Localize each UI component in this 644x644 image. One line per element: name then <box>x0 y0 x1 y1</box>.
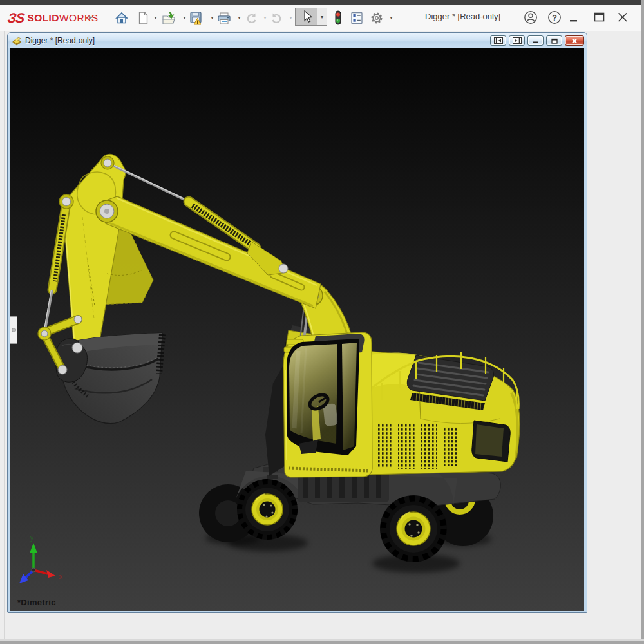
open-icon <box>160 10 177 26</box>
close-button[interactable] <box>615 10 630 25</box>
solidworks-logo: ЗS SOLIDWORKS <box>8 10 98 26</box>
account-button[interactable] <box>523 10 538 25</box>
save-icon <box>188 10 205 26</box>
digger-model-scene: x y <box>10 48 584 611</box>
select-tool-button[interactable] <box>296 8 317 25</box>
settings-button[interactable] <box>368 9 385 26</box>
settings-gear-icon <box>369 10 384 26</box>
new-document-button[interactable] <box>135 9 151 26</box>
select-arrow-icon <box>300 10 313 24</box>
document-restore-button[interactable] <box>546 35 562 46</box>
pane-left-icon <box>494 37 503 44</box>
solidworks-application-window: ЗS SOLIDWORKS ▸ ▾ <box>0 0 644 644</box>
window-bottom-edge[interactable] <box>0 641 644 644</box>
rear-wheel <box>380 495 447 562</box>
toggle-left-pane-button[interactable] <box>490 35 506 46</box>
save-dropdown[interactable]: ▾ <box>209 9 216 26</box>
window-right-edge[interactable] <box>641 0 644 644</box>
assembly-document-icon <box>12 36 22 46</box>
close-icon <box>615 10 630 25</box>
open-button[interactable] <box>160 9 177 26</box>
print-dropdown[interactable]: ▾ <box>236 9 243 26</box>
home-button[interactable] <box>113 9 130 26</box>
toggle-right-pane-button[interactable] <box>509 35 525 46</box>
feature-pane-pull-tab[interactable] <box>10 316 17 344</box>
minimize-button[interactable] <box>567 10 582 25</box>
cab <box>283 332 372 477</box>
new-document-icon <box>135 10 151 26</box>
account-icon <box>523 10 538 25</box>
svg-text:?: ? <box>552 14 557 23</box>
main-toolbar: ЗS SOLIDWORKS ▸ ▾ <box>0 5 644 31</box>
solidworks-logo-glyph: ЗS <box>6 10 25 26</box>
help-icon: ? <box>547 10 562 25</box>
undo-button[interactable] <box>243 9 260 26</box>
front-wheel <box>237 479 298 540</box>
maximize-button[interactable] <box>592 10 607 25</box>
selection-status-button[interactable] <box>330 9 346 26</box>
new-document-dropdown[interactable]: ▾ <box>152 9 159 26</box>
document-close-button[interactable] <box>565 35 584 46</box>
properties-button[interactable] <box>348 9 365 26</box>
properties-icon <box>349 10 365 26</box>
child-restore-icon <box>550 37 559 44</box>
window-top-border <box>0 0 644 5</box>
child-close-icon <box>570 37 579 44</box>
print-button[interactable] <box>216 9 232 26</box>
traffic-light-icon <box>330 10 346 26</box>
undo-icon <box>243 10 259 26</box>
child-minimize-icon <box>531 37 540 44</box>
print-icon <box>216 10 232 26</box>
help-button[interactable]: ? <box>547 10 562 25</box>
document-minimize-button[interactable] <box>527 35 544 46</box>
maximize-icon <box>592 10 607 25</box>
toolbar-flyout-chevron[interactable]: ▸ <box>89 13 93 21</box>
settings-dropdown[interactable]: ▾ <box>388 9 395 26</box>
document-window: Digger * [Read-only] <box>7 32 587 613</box>
undo-dropdown[interactable]: ▾ <box>261 9 269 26</box>
triad-y-label: y <box>30 535 33 542</box>
home-icon <box>114 10 129 26</box>
redo-icon <box>269 10 285 26</box>
application-title: Digger * [Read-only] <box>425 12 500 21</box>
graphics-viewport[interactable]: x y *Dimetric <box>10 48 584 611</box>
minimize-icon <box>567 10 582 25</box>
select-tool-dropdown[interactable]: ▾ <box>317 8 327 25</box>
pull-tab-grip-icon <box>12 328 16 332</box>
document-title: Digger * [Read-only] <box>25 36 490 45</box>
pane-right-icon <box>513 37 522 44</box>
select-tool-group: ▾ <box>295 8 327 26</box>
save-button[interactable] <box>188 9 205 26</box>
view-orientation-label: *Dimetric <box>17 598 56 607</box>
open-dropdown[interactable]: ▾ <box>181 9 188 26</box>
window-left-edge <box>4 31 5 639</box>
redo-dropdown[interactable]: ▾ <box>287 9 294 26</box>
redo-button[interactable] <box>269 9 285 26</box>
document-window-controls <box>490 35 584 46</box>
triad-x-label: x <box>59 573 63 580</box>
document-titlebar[interactable]: Digger * [Read-only] <box>8 33 587 48</box>
